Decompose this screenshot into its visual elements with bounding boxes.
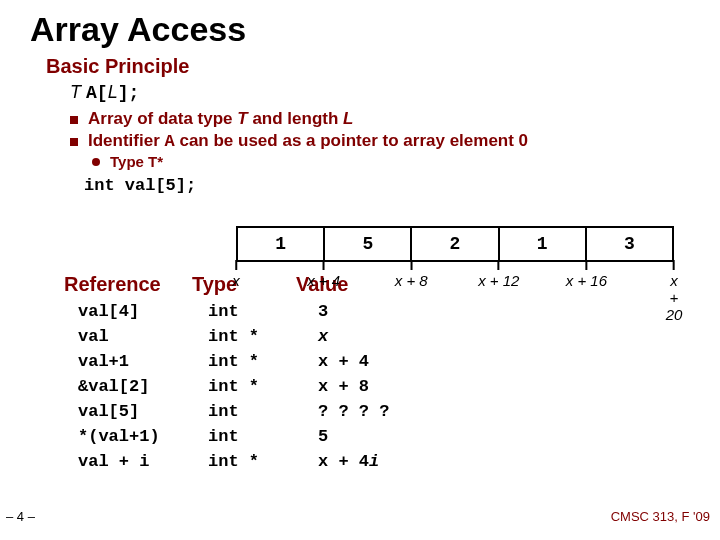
cell-4: 3 (587, 228, 672, 260)
td-val: x (318, 327, 468, 346)
array-diagram: 1 5 2 1 3 x x + 4 x + 8 x + 12 x + 16 x … (236, 226, 674, 298)
td-ref: val[5] (78, 402, 208, 421)
td-type: int * (208, 327, 318, 346)
bullet-1: Array of data type T and length L (70, 109, 696, 129)
table-row: &val[2] int * x + 8 (78, 377, 696, 396)
code-declaration: int val[5]; (84, 176, 696, 195)
td-type: int * (208, 352, 318, 371)
slide-number: – 4 – (6, 509, 35, 524)
decl-T: T (70, 82, 81, 102)
b1-mid: and length (248, 109, 343, 128)
bullet-2: Identifier A can be used as a pointer to… (70, 131, 696, 151)
table-row: val[4] int 3 (78, 302, 696, 321)
tick-label-0: x (232, 272, 240, 289)
td-val: x + 4i (318, 452, 468, 471)
td-ref: &val[2] (78, 377, 208, 396)
td-ref-text: val + i (78, 452, 149, 471)
tick-4: x + 16 (566, 260, 607, 289)
td-val: x + 4 (318, 352, 468, 371)
tick-0: x (232, 260, 240, 289)
cell-0: 1 (238, 228, 325, 260)
array-boxes: 1 5 2 1 3 (236, 226, 674, 262)
td-type: int * (208, 377, 318, 396)
tick-1: x + 4 (307, 260, 340, 289)
section-heading: Basic Principle (46, 55, 696, 78)
td-val-text: x + 4i (318, 452, 379, 471)
table-row: val[5] int ? ? ? ? (78, 402, 696, 421)
address-ticks: x x + 4 x + 8 x + 12 x + 16 x + 20 (236, 262, 674, 298)
td-ref: val+1 (78, 352, 208, 371)
td-ref: val (78, 327, 208, 346)
td-val: ? ? ? ? (318, 402, 468, 421)
td-type: int (208, 302, 318, 321)
course-label: CMSC 313, F '09 (611, 509, 710, 524)
reference-table: val[4] int 3 val int * x val+1 int * x +… (78, 302, 696, 471)
table-row: *(val+1) int 5 (78, 427, 696, 446)
tick-label-5: x + 20 (666, 272, 683, 323)
b1-T: T (237, 109, 247, 128)
tick-3: x + 12 (478, 260, 519, 289)
tick-label-1: x + 4 (307, 272, 340, 289)
type-declaration: T A[L]; (70, 82, 696, 103)
page-title: Array Access (30, 10, 696, 49)
decl-end: ]; (118, 83, 140, 103)
slide: Array Access Basic Principle T A[L]; Arr… (0, 0, 720, 540)
tick-2: x + 8 (395, 260, 428, 289)
table-row: val+1 int * x + 4 (78, 352, 696, 371)
c1-T: T (148, 153, 157, 170)
td-ref: *(val+1) (78, 427, 208, 446)
b2-A: A (165, 132, 175, 151)
b2-post: can be used as a pointer to array elemen… (175, 131, 528, 150)
decl-L: L (108, 82, 118, 102)
sub-bullet-1: Type T* (92, 153, 696, 170)
c1-post: * (157, 153, 163, 170)
tick-label-2: x + 8 (395, 272, 428, 289)
decl-code: A[ (86, 83, 108, 103)
td-ref: val + i (78, 452, 208, 471)
td-val: x + 8 (318, 377, 468, 396)
b1-L: L (343, 109, 353, 128)
table-row: val + i int * x + 4i (78, 452, 696, 471)
td-val: 5 (318, 427, 468, 446)
td-val: 3 (318, 302, 468, 321)
tick-label-4: x + 16 (566, 272, 607, 289)
b2-pre: Identifier (88, 131, 165, 150)
tick-5: x + 20 (666, 260, 683, 323)
cell-1: 5 (325, 228, 412, 260)
cell-3: 1 (500, 228, 587, 260)
tick-label-3: x + 12 (478, 272, 519, 289)
td-val-text: x (318, 327, 328, 346)
th-reference: Reference (64, 273, 192, 296)
td-type: int (208, 427, 318, 446)
td-ref: val[4] (78, 302, 208, 321)
b1-pre: Array of data type (88, 109, 237, 128)
bullet-list: Array of data type T and length L Identi… (70, 109, 696, 170)
td-type: int * (208, 452, 318, 471)
table-row: val int * x (78, 327, 696, 346)
cell-2: 2 (412, 228, 499, 260)
td-type: int (208, 402, 318, 421)
c1-pre: Type (110, 153, 148, 170)
